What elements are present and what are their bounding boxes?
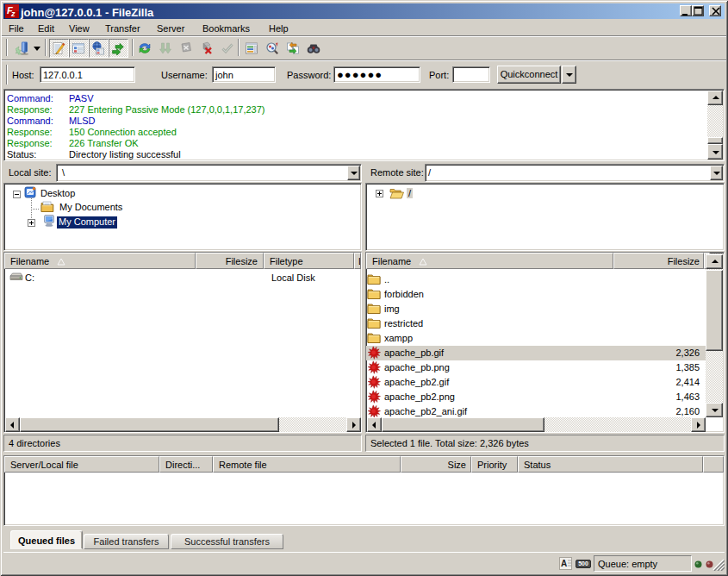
svg-text:A: A [561, 559, 567, 568]
svg-text:z: z [10, 9, 16, 18]
